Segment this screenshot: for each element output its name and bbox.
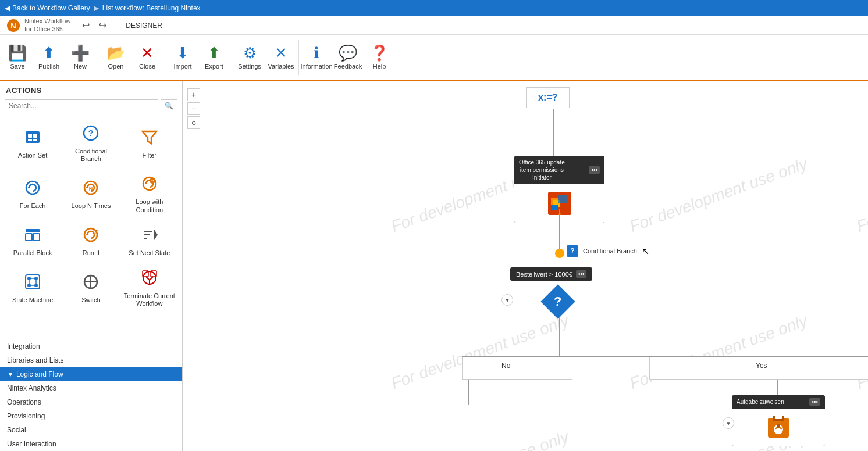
watermark-3: For development use only [854,155,868,236]
loop-n-times-item[interactable]: N Loop N Times [63,170,119,218]
connector-condition-down [559,317,560,356]
information-icon: ℹ [314,45,319,60]
category-libraries-and-lists[interactable]: Libraries and Lists [0,353,182,367]
run-if-label: Run If [83,249,99,257]
category-integration[interactable]: Integration [0,339,182,353]
aufgabe-action-box[interactable]: Aufgabe zuweisen ••• [732,395,825,446]
conditional-branch-icon: ? [81,124,100,145]
svg-marker-11 [27,186,31,188]
action-set-item[interactable]: Action Set [5,119,61,167]
variables-icon: ✕ [275,45,287,60]
condition-menu-button[interactable]: ••• [576,270,587,278]
connector-dot [555,249,564,258]
svg-line-45 [150,277,153,280]
loop-n-times-label: Loop N Times [72,202,111,210]
import-button[interactable]: ⬇ Import [168,43,198,72]
collapse-button[interactable]: ▼ [501,294,513,306]
parallel-block-label: Parallel Block [13,249,52,257]
watermark-7: For development use only [389,428,571,451]
category-operations[interactable]: Operations [0,395,182,409]
yes-label: Yes [756,361,767,370]
switch-label: Switch [81,296,100,304]
search-button[interactable]: 🔍 [161,99,177,112]
category-user-interaction-label: User Interaction [7,440,56,448]
loop-with-condition-item[interactable]: ? Loop with Condition [122,170,177,218]
feedback-icon: 💬 [339,45,357,60]
feedback-label: Feedback [334,63,362,70]
conditional-branch-item[interactable]: ? Conditional Branch [63,119,119,167]
close-icon: ✕ [141,45,154,60]
import-label: Import [173,63,191,70]
export-button[interactable]: ⬆ Export [199,43,229,72]
redo-button[interactable]: ↪ [97,19,109,32]
publish-icon: ⬆ [42,45,55,60]
state-machine-item[interactable]: State Machine [5,264,61,312]
svg-rect-3 [28,134,32,138]
publish-label: Publish [38,63,59,70]
toolbar-row: N Nintex Workflow for Office 365 ↩ ↪ DES… [0,16,868,35]
workflow-canvas[interactable]: + − ○ For development use only For devel… [183,81,868,451]
help-icon: ❓ [370,45,389,60]
connector-formula-to-office365 [553,109,554,156]
category-social[interactable]: Social [0,423,182,437]
help-button[interactable]: ❓ Help [364,43,394,72]
information-label: Information [300,63,332,70]
category-nintex-analytics[interactable]: Nintex Analytics [0,381,182,395]
feedback-button[interactable]: 💬 Feedback [333,43,363,72]
zoom-reset-button[interactable]: ○ [187,116,200,129]
for-each-item[interactable]: For Each [5,170,61,218]
information-button[interactable]: ℹ Information [301,43,332,72]
category-user-interaction[interactable]: User Interaction [0,437,182,451]
search-input[interactable] [5,99,158,112]
aufgabe-node[interactable]: Aufgabe zuweisen ••• [732,395,825,446]
watermark-5: For development use only [627,312,810,393]
for-each-icon [23,178,42,200]
watermark-2: For development use only [627,155,810,236]
svg-line-44 [146,277,150,280]
parallel-block-item[interactable]: Parallel Block [5,221,61,262]
action-set-icon [23,128,42,149]
toolbar-sep-3 [232,40,232,75]
category-provisioning[interactable]: Provisioning [0,409,182,423]
terminate-workflow-label: Terminate Current Workflow [124,292,175,307]
filter-item[interactable]: Filter [122,119,177,167]
back-to-gallery-link[interactable]: ◀ Back to Workflow Gallery [5,4,90,12]
svg-marker-9 [143,131,156,144]
loop-n-times-icon: N [81,178,100,200]
run-if-item[interactable]: IF Run If [63,221,119,262]
svg-marker-28 [154,230,158,240]
terminate-workflow-item[interactable]: Terminate Current Workflow [122,264,177,312]
settings-button[interactable]: ⚙ Settings [234,43,265,72]
close-button[interactable]: ✕ Close [132,43,162,72]
svg-marker-16 [144,182,148,184]
svg-rect-19 [26,229,40,232]
aufgabe-collapse-button[interactable]: ▼ [723,417,734,429]
variables-label: Variables [268,63,294,70]
designer-tab[interactable]: DESIGNER [116,19,172,32]
switch-item[interactable]: Switch [63,264,119,312]
new-button[interactable]: ➕ New [65,43,95,72]
filter-icon [140,128,159,149]
set-next-state-item[interactable]: Set Next State [122,221,177,262]
filter-label: Filter [143,152,156,159]
formula-box[interactable]: x:=? [526,87,570,108]
category-list: Integration Libraries and Lists ▼ Logic … [0,339,182,451]
search-bar: 🔍 [0,97,182,114]
svg-rect-55 [775,414,782,419]
publish-button[interactable]: ⬆ Publish [34,43,64,72]
category-logic-and-flow[interactable]: ▼ Logic and Flow [0,367,182,381]
aufgabe-menu-button[interactable]: ••• [809,398,820,406]
logo-text-line1: Nintex Workflow [24,17,70,25]
undo-button[interactable]: ↩ [80,19,92,32]
question-mark: ? [554,294,561,309]
condition-box[interactable]: Bestellwert > 1000€ ••• [510,267,592,281]
zoom-in-button[interactable]: + [187,88,200,101]
office365-menu-button[interactable]: ••• [589,166,600,174]
branch-horizontal-line [462,356,868,357]
state-machine-label: State Machine [12,296,53,304]
variables-button[interactable]: ✕ Variables [266,43,296,72]
open-button[interactable]: 📂 Open [101,43,131,72]
zoom-minus-button[interactable]: − [187,102,200,115]
save-button[interactable]: 💾 Save [2,43,33,72]
category-nintex-analytics-label: Nintex Analytics [7,384,56,392]
